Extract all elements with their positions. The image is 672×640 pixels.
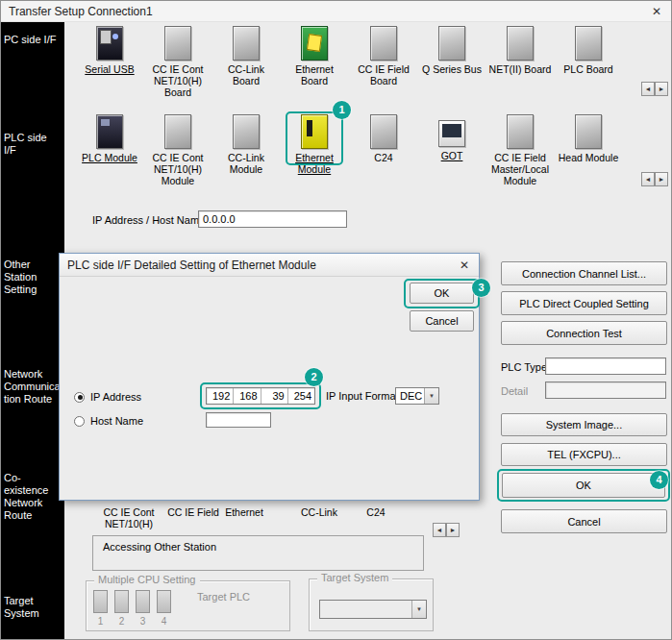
plc-module-icon	[96, 114, 123, 149]
dropdown-arrow-icon: ▼	[411, 601, 426, 618]
plc-direct-coupled-setting-button[interactable]: PLC Direct Coupled Setting	[501, 291, 667, 315]
net-scroll-left-button[interactable]: ◄	[433, 523, 446, 537]
pc-item-q-series-bus[interactable]: Q Series Bus	[420, 26, 484, 75]
cpu-slot-2-number: 2	[114, 616, 129, 627]
window-close-icon[interactable]: ✕	[642, 1, 671, 22]
plc-item-label: CC IE Cont NET/10(H) Module	[146, 152, 210, 186]
detail-label: Detail	[501, 385, 528, 397]
main-cancel-button[interactable]: Cancel	[501, 509, 667, 533]
cpu-slot-4-icon	[157, 590, 171, 613]
plc-item-label: GOT	[420, 150, 484, 161]
cc-link-board-icon	[233, 26, 260, 61]
pc-scroll-right-button[interactable]: ►	[655, 82, 668, 96]
net-route-label-cc-link: CC-Link	[287, 506, 351, 518]
target-system-select: ▼	[319, 600, 427, 619]
net-scroll-right-button[interactable]: ►	[446, 523, 460, 537]
annotation-badge-3: 3	[472, 279, 490, 297]
ip-address-radio-label: IP Address	[90, 391, 141, 403]
radio-unselected-icon	[74, 416, 85, 427]
pc-item-cc-ie-field-board[interactable]: CC IE Field Board	[352, 26, 415, 86]
pc-item-serial-usb[interactable]: Serial USB	[78, 26, 141, 75]
ip-octet-3[interactable]: 39	[261, 388, 288, 404]
connection-channel-list-button[interactable]: Connection Channel List...	[501, 261, 667, 285]
annotation-badge-2: 2	[305, 368, 323, 386]
sidebar-label-other-station: Other Station Setting	[4, 258, 62, 296]
detail-field	[545, 382, 666, 399]
target-system-group: Target System ▼	[309, 578, 434, 631]
plc-item-got[interactable]: GOT	[420, 114, 484, 161]
got-icon	[438, 120, 465, 147]
annotation-badge-4: 4	[650, 471, 668, 489]
plc-item-c24[interactable]: C24	[352, 114, 415, 163]
serial-usb-icon	[96, 26, 123, 61]
modal-close-icon[interactable]: ✕	[450, 254, 479, 277]
annotation-badge-1: 1	[333, 101, 351, 119]
plc-item-ethernet-module[interactable]: Ethernet Module	[283, 114, 346, 175]
ip-address-radio[interactable]: IP Address	[74, 391, 141, 403]
cc-ie-cont-module-icon	[164, 114, 191, 149]
host-name-radio[interactable]: Host Name	[74, 415, 143, 427]
ip-input-format-value: DEC	[400, 390, 422, 402]
ip-address-host-name-label: IP Address / Host Name	[92, 214, 205, 226]
modal-titlebar: PLC side I/F Detailed Setting of Etherne…	[60, 254, 479, 277]
dropdown-arrow-icon: ▼	[424, 388, 438, 404]
cpu-slot-4-number: 4	[157, 616, 171, 627]
window-titlebar: Transfer Setup Connection1 ✕	[1, 1, 671, 22]
cpu-slot-1-icon	[93, 590, 108, 613]
plc-scroll-right-button[interactable]: ►	[655, 172, 668, 186]
pc-item-plc-board[interactable]: PLC Board	[557, 26, 620, 75]
net2-board-icon	[507, 26, 534, 61]
plc-item-cc-ie-cont-module[interactable]: CC IE Cont NET/10(H) Module	[146, 114, 210, 186]
host-name-field[interactable]	[206, 412, 271, 428]
system-image-button[interactable]: System Image...	[501, 413, 667, 436]
transfer-setup-dialog: Transfer Setup Connection1 ✕ PC side I/F…	[0, 0, 672, 640]
cpu-slot-3-number: 3	[136, 616, 150, 627]
modal-cancel-button[interactable]: Cancel	[410, 310, 474, 332]
net-route-label-c24: C24	[344, 506, 408, 518]
plc-item-label: Ethernet Module	[283, 152, 346, 175]
pc-item-ethernet-board[interactable]: Ethernet Board	[283, 26, 346, 86]
pc-item-label: PLC Board	[557, 63, 620, 75]
modal-ok-button[interactable]: OK	[410, 283, 474, 304]
pc-item-label: CC-Link Board	[214, 63, 278, 86]
ip-octet-4[interactable]: 254	[288, 388, 314, 404]
c24-icon	[370, 114, 397, 149]
plc-scroll-left-button[interactable]: ◄	[641, 172, 655, 186]
tel-fxcpu-button[interactable]: TEL (FXCPU)...	[501, 443, 667, 466]
cpu-slot-2-icon	[114, 590, 129, 613]
plc-item-head-module[interactable]: Head Module	[557, 114, 620, 163]
cc-ie-field-master-local-icon	[507, 114, 534, 149]
plc-item-label: CC-Link Module	[214, 152, 278, 175]
sidebar-label-network-route: Network Communication Route	[4, 368, 62, 406]
ip-input-format-label: IP Input Format	[326, 390, 399, 402]
plc-item-plc-module[interactable]: PLC Module	[78, 114, 141, 163]
ip-input-format-select[interactable]: DEC ▼	[395, 387, 439, 405]
sidebar-label-plc-side: PLC side I/F	[4, 132, 62, 157]
ip-octet-2[interactable]: 168	[234, 388, 261, 404]
pc-item-cc-link-board[interactable]: CC-Link Board	[214, 26, 278, 86]
ethernet-module-icon	[301, 114, 328, 149]
pc-item-net2-board[interactable]: NET(II) Board	[488, 26, 552, 75]
pc-item-label: NET(II) Board	[488, 63, 552, 75]
plc-item-label: CC IE Field Master/Local Module	[488, 152, 552, 186]
plc-item-cc-ie-field-master-local[interactable]: CC IE Field Master/Local Module	[488, 114, 552, 186]
cpu-slot-3-icon	[136, 590, 150, 613]
pc-item-label: Q Series Bus	[420, 63, 484, 75]
plc-item-label: PLC Module	[78, 152, 141, 163]
pc-scroll-left-button[interactable]: ◄	[641, 82, 655, 96]
net-route-label-cc-ie-cont: CC IE Cont NET/10(H)	[97, 506, 161, 529]
plc-item-cc-link-module[interactable]: CC-Link Module	[214, 114, 278, 175]
sidebar-label-coexistence: Co-existence Network Route	[4, 472, 62, 522]
plc-board-icon	[575, 26, 602, 61]
window-title: Transfer Setup Connection1	[9, 5, 153, 18]
main-ok-button[interactable]: OK	[502, 473, 665, 498]
accessing-other-station-label: Accessing Other Station	[103, 541, 216, 553]
cpu-slot-1-number: 1	[93, 616, 108, 627]
multiple-cpu-setting-title: Multiple CPU Setting	[94, 574, 200, 585]
connection-test-button[interactable]: Connection Test	[501, 321, 667, 345]
ip-octet-1[interactable]: 192	[207, 388, 234, 404]
pc-item-cc-ie-cont-board[interactable]: CC IE Cont NET/10(H) Board	[146, 26, 210, 98]
ip-address-field[interactable]: 192 168 39 254	[206, 387, 315, 405]
target-plc-label: Target PLC	[197, 591, 250, 603]
ip-address-host-name-field[interactable]: 0.0.0.0	[198, 210, 347, 228]
